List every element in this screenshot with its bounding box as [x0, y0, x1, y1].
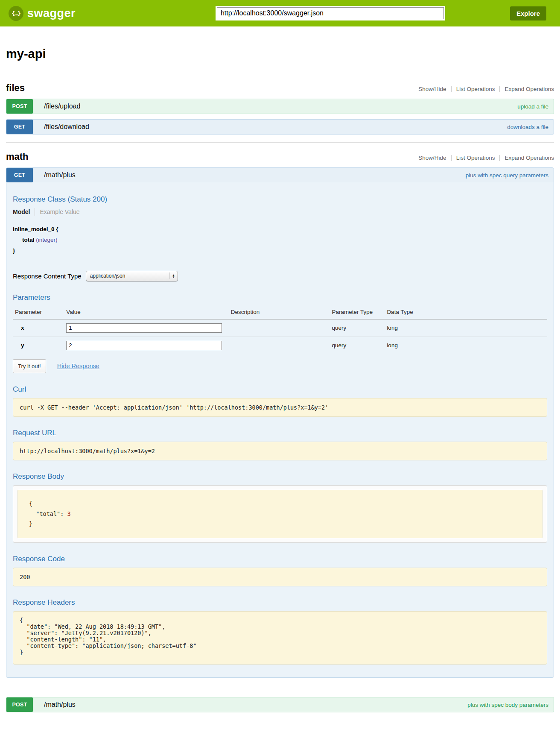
parameter-type: query	[332, 319, 387, 337]
control-divider	[499, 155, 500, 161]
method-badge-get: GET	[6, 120, 33, 134]
section-divider	[6, 142, 554, 143]
response-content-type-select[interactable]: application/json ▲▼	[86, 271, 178, 281]
method-badge-get: GET	[6, 168, 33, 182]
endpoint-path[interactable]: /files/download	[44, 123, 89, 131]
response-content-type-row: Response Content Type application/json ▲…	[13, 271, 547, 281]
curl-heading: Curl	[13, 385, 547, 394]
model-property-name: total	[22, 237, 35, 243]
response-body-heading: Response Body	[13, 472, 547, 481]
endpoint-row-files-download: GET /files/download downloads a file	[6, 119, 554, 135]
model-signature: inline_model_0 { total (integer) }	[13, 224, 547, 256]
method-badge-post: POST	[6, 697, 33, 712]
parameter-row-x: x query long	[13, 319, 547, 337]
endpoint-heading-files-download[interactable]: GET /files/download downloads a file	[6, 120, 554, 134]
show-hide-link[interactable]: Show/Hide	[418, 155, 446, 161]
operation-get-math-plus: GET /math/plus plus with spec query para…	[6, 167, 554, 678]
parameter-name: x	[13, 319, 66, 337]
tab-model[interactable]: Model	[13, 208, 30, 215]
try-it-out-button[interactable]: Try it out!	[13, 359, 46, 373]
endpoint-path[interactable]: /math/plus	[44, 171, 76, 179]
endpoint-heading-math-plus-get[interactable]: GET /math/plus plus with spec query para…	[6, 168, 554, 182]
parameter-data-type: long	[387, 319, 547, 337]
api-url-input[interactable]	[217, 7, 444, 19]
curl-command: curl -X GET --header 'Accept: applicatio…	[13, 398, 547, 417]
section-controls-files: Show/Hide List Operations Expand Operati…	[418, 86, 554, 92]
swagger-logo[interactable]: {…} swagger	[9, 6, 76, 21]
try-row: Try it out! Hide Response	[13, 359, 547, 373]
app-header: {…} swagger Explore	[0, 0, 560, 26]
show-hide-link[interactable]: Show/Hide	[418, 86, 446, 92]
page-title: my-api	[6, 47, 554, 61]
response-class-heading: Response Class (Status 200)	[13, 195, 547, 204]
expand-operations-link[interactable]: Expand Operations	[505, 155, 554, 161]
control-divider	[451, 155, 452, 161]
method-badge-post: POST	[6, 99, 33, 114]
json-number-value: 3	[67, 510, 70, 517]
request-url-heading: Request URL	[13, 429, 547, 437]
selected-content-type: application/json	[90, 273, 125, 279]
swagger-logo-icon: {…}	[9, 6, 23, 21]
model-property-type: (integer)	[36, 237, 57, 243]
endpoint-summary-link[interactable]: upload a file	[517, 103, 548, 110]
tab-divider	[35, 208, 35, 216]
model-tabs: Model Example Value	[13, 208, 547, 216]
section-title-files: files	[6, 82, 25, 94]
response-body-container: { "total": 3 }	[13, 485, 547, 543]
parameter-description	[231, 319, 332, 337]
response-headers-json: { "date": "Wed, 22 Aug 2018 18:49:13 GMT…	[13, 611, 547, 665]
endpoint-heading-files-upload[interactable]: POST /files/upload upload a file	[6, 99, 554, 114]
model-property: total (integer)	[22, 235, 547, 246]
column-header-data-type: Data Type	[387, 306, 547, 319]
section-math: math Show/Hide List Operations Expand Op…	[6, 151, 554, 712]
control-divider	[499, 86, 500, 92]
parameter-type: query	[332, 337, 387, 354]
parameter-x-input[interactable]	[66, 323, 222, 333]
brand-name: swagger	[27, 7, 76, 20]
endpoint-path[interactable]: /math/plus	[44, 701, 76, 709]
tab-example-value[interactable]: Example Value	[40, 208, 79, 215]
response-content-type-label: Response Content Type	[13, 272, 82, 280]
parameters-table: Parameter Value Description Parameter Ty…	[13, 306, 547, 354]
request-url-value: http://localhost:3000/math/plus?x=1&y=2	[13, 442, 547, 460]
api-url-field-wrap	[216, 6, 445, 20]
response-code-heading: Response Code	[13, 555, 547, 563]
list-operations-link[interactable]: List Operations	[456, 155, 495, 161]
page-footer: [ BASE URL: ]	[0, 718, 560, 738]
hide-response-link[interactable]: Hide Response	[57, 363, 99, 369]
response-body-json: { "total": 3 }	[18, 490, 542, 538]
select-arrows-icon: ▲▼	[169, 272, 175, 279]
parameter-description	[231, 337, 332, 354]
parameter-name: y	[13, 337, 66, 354]
expand-operations-link[interactable]: Expand Operations	[505, 86, 554, 92]
operation-content: Response Class (Status 200) Model Exampl…	[6, 182, 554, 677]
endpoint-row-math-plus-post: POST /math/plus plus with spec body para…	[6, 697, 554, 712]
parameter-row-y: y query long	[13, 337, 547, 354]
model-signature-open: inline_model_0 {	[13, 224, 547, 235]
endpoint-summary-link[interactable]: plus with spec query parameters	[466, 172, 548, 179]
section-controls-math: Show/Hide List Operations Expand Operati…	[418, 155, 554, 161]
model-signature-close: }	[13, 246, 547, 256]
column-header-description: Description	[231, 306, 332, 319]
parameter-data-type: long	[387, 337, 547, 354]
endpoint-row-files-upload: POST /files/upload upload a file	[6, 99, 554, 114]
parameters-heading: Parameters	[13, 293, 547, 302]
list-operations-link[interactable]: List Operations	[456, 86, 495, 92]
endpoint-summary-link[interactable]: plus with spec body parameters	[467, 702, 548, 708]
endpoint-heading-math-plus-post[interactable]: POST /math/plus plus with spec body para…	[6, 697, 554, 712]
column-header-parameter: Parameter	[13, 306, 66, 319]
column-header-parameter-type: Parameter Type	[332, 306, 387, 319]
section-files: files Show/Hide List Operations Expand O…	[6, 82, 554, 135]
control-divider	[451, 86, 452, 92]
endpoint-summary-link[interactable]: downloads a file	[507, 124, 548, 130]
response-headers-heading: Response Headers	[13, 598, 547, 607]
parameter-y-input[interactable]	[66, 341, 222, 350]
column-header-value: Value	[66, 306, 231, 319]
endpoint-path[interactable]: /files/upload	[44, 102, 80, 110]
response-code-value: 200	[13, 568, 547, 586]
explore-button[interactable]: Explore	[510, 6, 546, 20]
section-title-math: math	[6, 151, 29, 162]
